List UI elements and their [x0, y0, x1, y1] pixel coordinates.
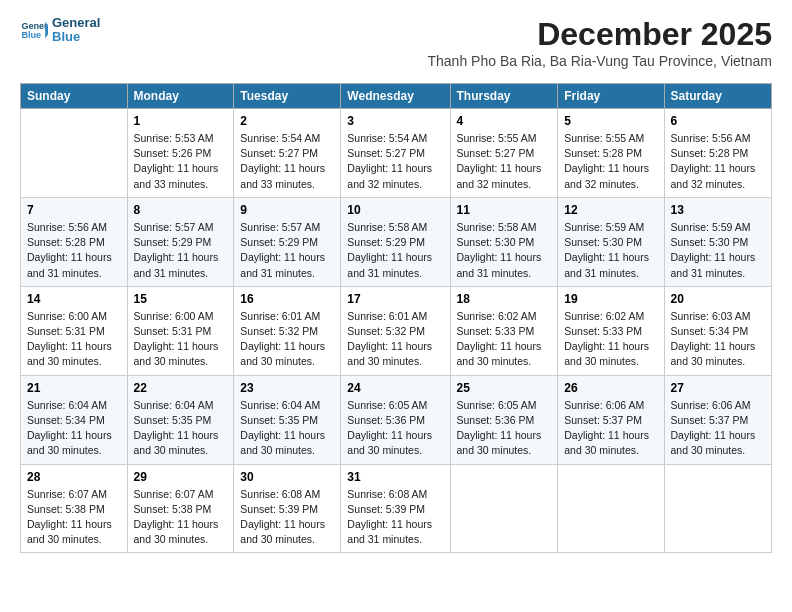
- day-info: Sunrise: 6:01 AM Sunset: 5:32 PM Dayligh…: [347, 309, 443, 370]
- day-info: Sunrise: 6:01 AM Sunset: 5:32 PM Dayligh…: [240, 309, 334, 370]
- day-number: 31: [347, 470, 443, 484]
- svg-text:Blue: Blue: [21, 31, 41, 41]
- logo-line2: Blue: [52, 30, 100, 44]
- logo-line1: General: [52, 16, 100, 30]
- day-info: Sunrise: 5:55 AM Sunset: 5:27 PM Dayligh…: [457, 131, 552, 192]
- calendar-cell: 13Sunrise: 5:59 AM Sunset: 5:30 PM Dayli…: [664, 197, 771, 286]
- calendar-cell: 11Sunrise: 5:58 AM Sunset: 5:30 PM Dayli…: [450, 197, 558, 286]
- day-number: 26: [564, 381, 657, 395]
- calendar-cell: 24Sunrise: 6:05 AM Sunset: 5:36 PM Dayli…: [341, 375, 450, 464]
- calendar-cell: 2Sunrise: 5:54 AM Sunset: 5:27 PM Daylig…: [234, 109, 341, 198]
- day-info: Sunrise: 6:05 AM Sunset: 5:36 PM Dayligh…: [347, 398, 443, 459]
- calendar-cell: 25Sunrise: 6:05 AM Sunset: 5:36 PM Dayli…: [450, 375, 558, 464]
- week-row-2: 7Sunrise: 5:56 AM Sunset: 5:28 PM Daylig…: [21, 197, 772, 286]
- header-day-tuesday: Tuesday: [234, 84, 341, 109]
- day-number: 22: [134, 381, 228, 395]
- calendar-cell: 18Sunrise: 6:02 AM Sunset: 5:33 PM Dayli…: [450, 286, 558, 375]
- day-number: 30: [240, 470, 334, 484]
- day-number: 8: [134, 203, 228, 217]
- day-info: Sunrise: 5:59 AM Sunset: 5:30 PM Dayligh…: [671, 220, 765, 281]
- day-info: Sunrise: 6:04 AM Sunset: 5:34 PM Dayligh…: [27, 398, 121, 459]
- calendar-cell: [450, 464, 558, 553]
- day-info: Sunrise: 6:06 AM Sunset: 5:37 PM Dayligh…: [564, 398, 657, 459]
- day-number: 25: [457, 381, 552, 395]
- day-number: 23: [240, 381, 334, 395]
- calendar-cell: 3Sunrise: 5:54 AM Sunset: 5:27 PM Daylig…: [341, 109, 450, 198]
- day-info: Sunrise: 6:03 AM Sunset: 5:34 PM Dayligh…: [671, 309, 765, 370]
- calendar-cell: 4Sunrise: 5:55 AM Sunset: 5:27 PM Daylig…: [450, 109, 558, 198]
- day-info: Sunrise: 6:08 AM Sunset: 5:39 PM Dayligh…: [347, 487, 443, 548]
- logo: General Blue General Blue: [20, 16, 100, 45]
- calendar-cell: 16Sunrise: 6:01 AM Sunset: 5:32 PM Dayli…: [234, 286, 341, 375]
- header-day-sunday: Sunday: [21, 84, 128, 109]
- day-number: 21: [27, 381, 121, 395]
- calendar-subtitle: Thanh Pho Ba Ria, Ba Ria-Vung Tau Provin…: [428, 53, 773, 69]
- header-day-wednesday: Wednesday: [341, 84, 450, 109]
- day-number: 17: [347, 292, 443, 306]
- calendar-cell: 1Sunrise: 5:53 AM Sunset: 5:26 PM Daylig…: [127, 109, 234, 198]
- day-number: 12: [564, 203, 657, 217]
- day-number: 20: [671, 292, 765, 306]
- day-info: Sunrise: 6:04 AM Sunset: 5:35 PM Dayligh…: [134, 398, 228, 459]
- calendar-cell: 19Sunrise: 6:02 AM Sunset: 5:33 PM Dayli…: [558, 286, 664, 375]
- calendar-cell: 15Sunrise: 6:00 AM Sunset: 5:31 PM Dayli…: [127, 286, 234, 375]
- calendar-cell: 23Sunrise: 6:04 AM Sunset: 5:35 PM Dayli…: [234, 375, 341, 464]
- calendar-cell: 20Sunrise: 6:03 AM Sunset: 5:34 PM Dayli…: [664, 286, 771, 375]
- calendar-table: SundayMondayTuesdayWednesdayThursdayFrid…: [20, 83, 772, 553]
- week-row-3: 14Sunrise: 6:00 AM Sunset: 5:31 PM Dayli…: [21, 286, 772, 375]
- calendar-cell: 21Sunrise: 6:04 AM Sunset: 5:34 PM Dayli…: [21, 375, 128, 464]
- day-info: Sunrise: 5:54 AM Sunset: 5:27 PM Dayligh…: [347, 131, 443, 192]
- calendar-cell: 31Sunrise: 6:08 AM Sunset: 5:39 PM Dayli…: [341, 464, 450, 553]
- day-info: Sunrise: 5:55 AM Sunset: 5:28 PM Dayligh…: [564, 131, 657, 192]
- calendar-cell: 10Sunrise: 5:58 AM Sunset: 5:29 PM Dayli…: [341, 197, 450, 286]
- day-info: Sunrise: 5:56 AM Sunset: 5:28 PM Dayligh…: [27, 220, 121, 281]
- day-info: Sunrise: 6:00 AM Sunset: 5:31 PM Dayligh…: [134, 309, 228, 370]
- calendar-cell: 29Sunrise: 6:07 AM Sunset: 5:38 PM Dayli…: [127, 464, 234, 553]
- calendar-cell: [664, 464, 771, 553]
- day-number: 18: [457, 292, 552, 306]
- day-number: 7: [27, 203, 121, 217]
- day-info: Sunrise: 6:02 AM Sunset: 5:33 PM Dayligh…: [457, 309, 552, 370]
- header-day-friday: Friday: [558, 84, 664, 109]
- day-info: Sunrise: 6:05 AM Sunset: 5:36 PM Dayligh…: [457, 398, 552, 459]
- day-info: Sunrise: 6:02 AM Sunset: 5:33 PM Dayligh…: [564, 309, 657, 370]
- calendar-cell: 8Sunrise: 5:57 AM Sunset: 5:29 PM Daylig…: [127, 197, 234, 286]
- header-day-saturday: Saturday: [664, 84, 771, 109]
- day-info: Sunrise: 6:07 AM Sunset: 5:38 PM Dayligh…: [27, 487, 121, 548]
- day-info: Sunrise: 6:07 AM Sunset: 5:38 PM Dayligh…: [134, 487, 228, 548]
- day-number: 24: [347, 381, 443, 395]
- day-info: Sunrise: 5:57 AM Sunset: 5:29 PM Dayligh…: [240, 220, 334, 281]
- day-number: 11: [457, 203, 552, 217]
- calendar-body: 1Sunrise: 5:53 AM Sunset: 5:26 PM Daylig…: [21, 109, 772, 553]
- header-row: SundayMondayTuesdayWednesdayThursdayFrid…: [21, 84, 772, 109]
- day-info: Sunrise: 6:00 AM Sunset: 5:31 PM Dayligh…: [27, 309, 121, 370]
- calendar-cell: 26Sunrise: 6:06 AM Sunset: 5:37 PM Dayli…: [558, 375, 664, 464]
- day-number: 9: [240, 203, 334, 217]
- day-number: 2: [240, 114, 334, 128]
- day-info: Sunrise: 5:59 AM Sunset: 5:30 PM Dayligh…: [564, 220, 657, 281]
- day-number: 29: [134, 470, 228, 484]
- week-row-5: 28Sunrise: 6:07 AM Sunset: 5:38 PM Dayli…: [21, 464, 772, 553]
- day-number: 19: [564, 292, 657, 306]
- svg-text:General: General: [21, 21, 48, 31]
- calendar-cell: [558, 464, 664, 553]
- day-info: Sunrise: 5:56 AM Sunset: 5:28 PM Dayligh…: [671, 131, 765, 192]
- calendar-title: December 2025: [428, 16, 773, 53]
- day-number: 5: [564, 114, 657, 128]
- day-number: 13: [671, 203, 765, 217]
- day-info: Sunrise: 5:54 AM Sunset: 5:27 PM Dayligh…: [240, 131, 334, 192]
- day-info: Sunrise: 6:04 AM Sunset: 5:35 PM Dayligh…: [240, 398, 334, 459]
- day-info: Sunrise: 5:53 AM Sunset: 5:26 PM Dayligh…: [134, 131, 228, 192]
- title-section: December 2025 Thanh Pho Ba Ria, Ba Ria-V…: [428, 16, 773, 77]
- calendar-cell: 14Sunrise: 6:00 AM Sunset: 5:31 PM Dayli…: [21, 286, 128, 375]
- day-number: 16: [240, 292, 334, 306]
- calendar-cell: [21, 109, 128, 198]
- calendar-cell: 28Sunrise: 6:07 AM Sunset: 5:38 PM Dayli…: [21, 464, 128, 553]
- day-number: 27: [671, 381, 765, 395]
- calendar-cell: 9Sunrise: 5:57 AM Sunset: 5:29 PM Daylig…: [234, 197, 341, 286]
- day-number: 10: [347, 203, 443, 217]
- calendar-cell: 6Sunrise: 5:56 AM Sunset: 5:28 PM Daylig…: [664, 109, 771, 198]
- calendar-cell: 27Sunrise: 6:06 AM Sunset: 5:37 PM Dayli…: [664, 375, 771, 464]
- day-number: 6: [671, 114, 765, 128]
- day-number: 3: [347, 114, 443, 128]
